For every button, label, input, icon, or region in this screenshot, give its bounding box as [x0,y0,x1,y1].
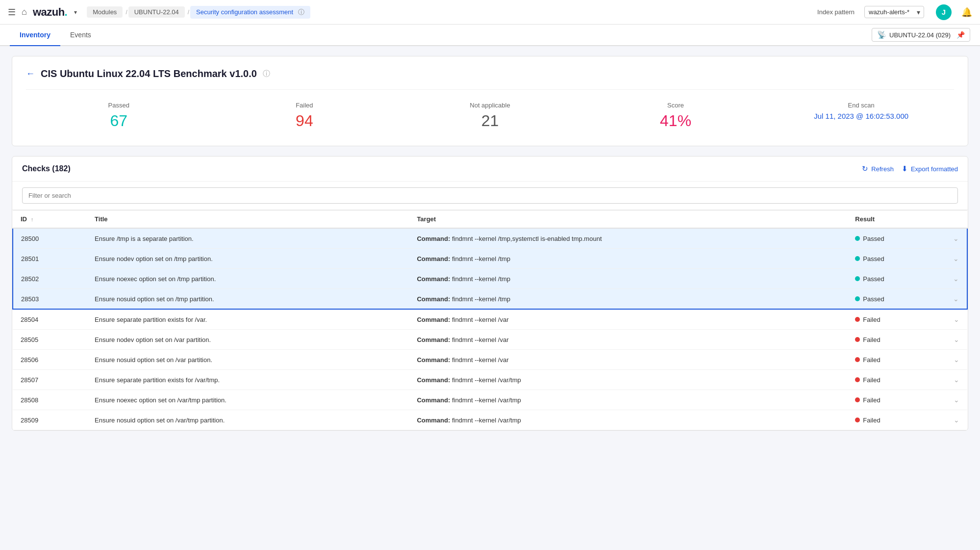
table-row: 28509Ensure nosuid option set on /var/tm… [13,410,967,430]
breadcrumb: Modules / UBUNTU-22.04 / Security config… [87,6,312,19]
home-icon[interactable]: ⌂ [22,7,27,17]
cell-target: Command: findmnt --kernel /tmp,systemctl… [409,228,847,249]
cell-result: Failed [847,370,945,390]
table-row: 28505Ensure nodev option set on /var par… [13,330,967,350]
stat-passed: Passed 67 [26,98,212,134]
tab-inventory[interactable]: Inventory [10,25,60,46]
col-target[interactable]: Target [409,210,847,229]
cell-target: Command: findmnt --kernel /tmp [409,269,847,289]
pin-icon[interactable]: 📌 [956,31,965,39]
cell-title: Ensure noexec option set on /tmp partiti… [87,269,409,289]
not-applicable-value: 21 [397,112,583,130]
cell-target: Command: findmnt --kernel /tmp [409,249,847,269]
cell-target: Command: findmnt --kernel /var/tmp [409,410,847,430]
passed-label: Passed [26,102,212,109]
checks-title: Checks (182) [22,164,854,173]
cell-expand[interactable]: ⌄ [945,269,967,289]
cell-result: Failed [847,410,945,430]
index-pattern-select-wrapper[interactable]: wazuh-alerts-* [864,6,924,18]
cell-title: Ensure nosuid option set on /var partiti… [87,350,409,370]
cell-result: Passed [847,289,945,310]
cell-id: 28507 [13,370,87,390]
cell-expand[interactable]: ⌄ [945,228,967,249]
checks-table-wrapper: ID ↑ Title Target Result [12,210,968,430]
cell-expand[interactable]: ⌄ [945,350,967,370]
table-row: 28502Ensure noexec option set on /tmp pa… [13,269,967,289]
index-pattern-select[interactable]: wazuh-alerts-* [864,6,924,18]
main-content: ← CIS Ubuntu Linux 22.04 LTS Benchmark v… [0,46,980,441]
export-button[interactable]: ⬇ Export formatted [902,164,958,173]
col-id[interactable]: ID ↑ [13,210,87,229]
cell-title: Ensure separate partition exists for /va… [87,370,409,390]
col-result[interactable]: Result [847,210,945,229]
cell-result: Passed [847,249,945,269]
breadcrumb-modules[interactable]: Modules [87,6,123,18]
sub-nav: Inventory Events 📡 UBUNTU-22.04 (029) 📌 [0,25,980,46]
not-applicable-label: Not applicable [397,102,583,109]
cell-target: Command: findmnt --kernel /var [409,309,847,330]
breadcrumb-sca[interactable]: Security configuration assessment ⓘ [190,6,310,19]
cell-result: Passed [847,269,945,289]
signal-icon: 📡 [877,30,886,39]
stats-row: Passed 67 Failed 94 Not applicable 21 Sc… [26,89,954,134]
avatar[interactable]: J [936,4,952,20]
cell-expand[interactable]: ⌄ [945,390,967,410]
search-bar [12,182,968,210]
export-icon: ⬇ [902,164,908,173]
cell-expand[interactable]: ⌄ [945,309,967,330]
cell-result: Failed [847,330,945,350]
passed-value: 67 [26,112,212,130]
table-row: 28504Ensure separate partition exists fo… [13,309,967,330]
tab-events[interactable]: Events [60,25,101,46]
failed-value: 94 [212,112,398,130]
cell-id: 28503 [13,289,87,310]
breadcrumb-ubuntu[interactable]: UBUNTU-22.04 [128,6,185,18]
cell-title: Ensure noexec option set on /var/tmp par… [87,390,409,410]
cell-target: Command: findmnt --kernel /var/tmp [409,390,847,410]
menu-icon[interactable]: ☰ [8,7,16,18]
cell-id: 28501 [13,249,87,269]
cell-expand[interactable]: ⌄ [945,370,967,390]
agent-name: UBUNTU-22.04 (029) [889,31,951,39]
table-header: ID ↑ Title Target Result [13,210,967,229]
cell-result: Failed [847,309,945,330]
checks-table: ID ↑ Title Target Result [12,210,968,430]
index-pattern-label: Index pattern [817,8,854,16]
cell-title: Ensure /tmp is a separate partition. [87,228,409,249]
chevron-down-icon[interactable]: ▾ [74,9,77,16]
cell-target: Command: findmnt --kernel /var [409,350,847,370]
agent-badge[interactable]: 📡 UBUNTU-22.04 (029) 📌 [872,28,970,42]
sort-id-icon: ↑ [31,216,34,222]
cell-target: Command: findmnt --kernel /tmp [409,289,847,310]
breadcrumb-sep-1: / [126,9,127,16]
cell-id: 28509 [13,410,87,430]
col-title[interactable]: Title [87,210,409,229]
cell-expand[interactable]: ⌄ [945,410,967,430]
cell-title: Ensure nosuid option set on /tmp partiti… [87,289,409,310]
checks-header: Checks (182) ↻ Refresh ⬇ Export formatte… [12,157,968,182]
cell-expand[interactable]: ⌄ [945,289,967,310]
cell-id: 28508 [13,390,87,410]
stat-score: Score 41% [583,98,769,134]
cell-title: Ensure nodev option set on /var partitio… [87,330,409,350]
cell-result: Passed [847,228,945,249]
cell-target: Command: findmnt --kernel /var/tmp [409,370,847,390]
cell-id: 28506 [13,350,87,370]
search-input[interactable] [22,187,958,204]
panel-header: ← CIS Ubuntu Linux 22.04 LTS Benchmark v… [26,68,954,79]
bell-icon[interactable]: 🔔 [961,7,972,18]
logo[interactable]: wazuh. [33,6,67,19]
info-circle-icon[interactable]: ⓘ [298,8,304,16]
cell-title: Ensure nodev option set on /tmp partitio… [87,249,409,269]
cell-expand[interactable]: ⌄ [945,249,967,269]
refresh-icon: ↻ [862,164,868,173]
cell-result: Failed [847,390,945,410]
table-row: 28503Ensure nosuid option set on /tmp pa… [13,289,967,310]
checks-tbody: 28500Ensure /tmp is a separate partition… [13,228,967,430]
top-nav: ☰ ⌂ wazuh. ▾ Modules / UBUNTU-22.04 / Se… [0,0,980,25]
refresh-button[interactable]: ↻ Refresh [862,164,894,173]
panel-info-icon[interactable]: ⓘ [263,69,270,79]
cell-expand[interactable]: ⌄ [945,330,967,350]
back-button[interactable]: ← [26,69,35,79]
table-row: 28506Ensure nosuid option set on /var pa… [13,350,967,370]
